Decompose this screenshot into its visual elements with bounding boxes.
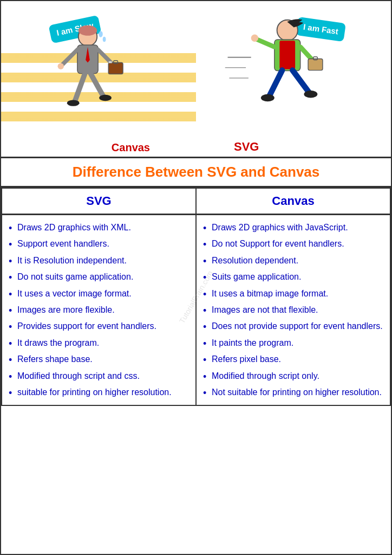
svg-point-29 — [261, 94, 275, 101]
svg-line-22 — [256, 39, 275, 47]
list-item: Does not provide support for event handl… — [202, 318, 384, 334]
list-item: Images are more flexible. — [8, 302, 190, 318]
list-item: Refers shape base. — [8, 351, 190, 367]
svg-line-6 — [98, 50, 111, 63]
svg-rect-25 — [308, 59, 323, 70]
canvas-column-header: Canvas — [196, 188, 390, 215]
canvas-label: Canvas — [112, 141, 150, 154]
list-item: It draws the program. — [8, 335, 190, 351]
svg-rect-15 — [108, 61, 112, 63]
page-title: Difference Between SVG and Canvas — [1, 158, 391, 188]
svg-list: Draws 2D graphics with XML.Support event… — [8, 220, 190, 401]
comparison-wrapper: TutorialBrain.com SVG Canvas Draws 2D gr… — [1, 188, 391, 406]
svg-column-header: SVG — [2, 188, 196, 215]
list-item: Draws 2D graphics with JavaScript. — [202, 220, 384, 236]
svg-line-9 — [75, 73, 85, 102]
hero-content: I am Slow — [12, 7, 380, 157]
comparison-row: Draws 2D graphics with XML.Support event… — [2, 215, 390, 406]
comparison-table: SVG Canvas Draws 2D graphics with XML.Su… — [1, 188, 391, 406]
list-item: Support event handlers. — [8, 236, 190, 252]
list-item: It uses a bitmap image format. — [202, 286, 384, 302]
svg-line-24 — [300, 47, 312, 60]
hero-section: I am Slow — [1, 1, 391, 158]
svg-line-27 — [269, 70, 282, 96]
svg-point-13 — [99, 31, 103, 37]
list-item: It paints the program. — [202, 335, 384, 351]
canvas-column-body: Draws 2D graphics with JavaScript.Do not… — [196, 215, 390, 406]
list-item: Images are not that flexible. — [202, 302, 384, 318]
list-item: Modified through script and css. — [8, 368, 190, 384]
svg-column-body: Draws 2D graphics with XML.Support event… — [2, 215, 196, 406]
svg-line-28 — [292, 70, 309, 93]
svg-point-23 — [251, 35, 258, 42]
hero-svg-figure: I am Fast — [212, 16, 353, 157]
list-item: Draws 2D graphics with XML. — [8, 220, 190, 236]
list-item: Modified through script only. — [202, 368, 384, 384]
svg-point-1 — [79, 25, 97, 36]
svg-point-11 — [67, 100, 80, 106]
svg-point-5 — [58, 63, 64, 69]
canvas-list: Draws 2D graphics with JavaScript.Do not… — [202, 220, 384, 401]
list-item: Do not Support for event handlers. — [202, 236, 384, 252]
list-item: It is Resolution independent. — [8, 253, 190, 269]
list-item: Provides support for event handlers. — [8, 318, 190, 334]
svg-label: SVG — [234, 140, 259, 154]
hero-canvas-figure: I am Slow — [39, 16, 158, 157]
svg-line-4 — [62, 50, 77, 66]
svg-figure-svg — [218, 16, 326, 140]
list-item: Do not suits game application. — [8, 269, 190, 285]
svg-point-12 — [99, 95, 112, 101]
list-item: It uses a vector image format. — [8, 286, 190, 302]
svg-point-30 — [304, 91, 317, 98]
svg-rect-21 — [279, 41, 295, 69]
list-item: Resolution dependent. — [202, 253, 384, 269]
list-item: Refers pixel base. — [202, 351, 384, 367]
list-item: Not suitable for printing on higher reso… — [202, 384, 384, 401]
svg-line-10 — [90, 73, 103, 96]
list-item: suitable for printing on higher resoluti… — [8, 384, 190, 401]
svg-point-14 — [103, 37, 106, 42]
canvas-figure-svg — [44, 21, 131, 140]
list-item: Suits game application. — [202, 269, 384, 285]
svg-rect-7 — [108, 63, 123, 74]
